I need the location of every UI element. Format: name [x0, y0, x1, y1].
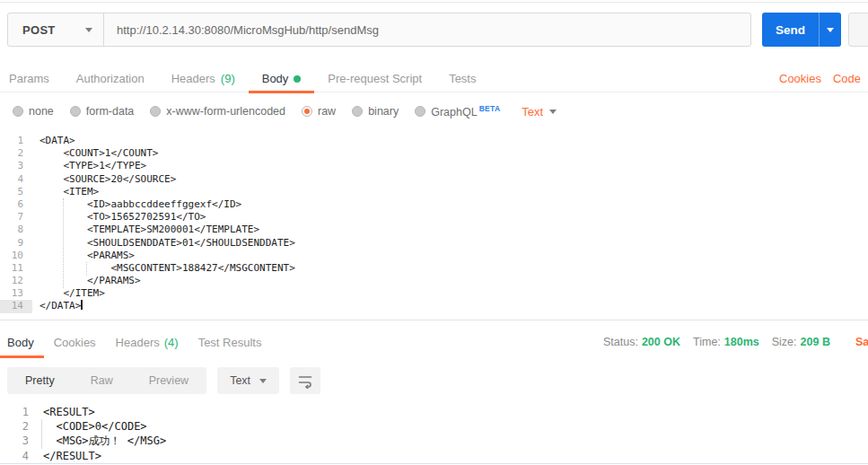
- top-divider: [0, 2, 868, 3]
- line-text: <DATA>: [32, 135, 75, 147]
- code-line: 13 </ITEM>: [0, 287, 868, 300]
- line-number: 6: [0, 198, 32, 211]
- mode-binary[interactable]: binary: [352, 105, 399, 118]
- line-text: <TEMPLATE>SM200001</TEMPLATE>: [32, 224, 259, 236]
- method-label: POST: [22, 23, 56, 37]
- request-response-divider: [0, 320, 868, 320]
- tab-body[interactable]: Body: [249, 65, 315, 92]
- line-number: 9: [0, 237, 32, 250]
- radio-selected-icon: [302, 106, 312, 117]
- save-request-button-partial[interactable]: [848, 13, 868, 47]
- radio-icon: [70, 106, 81, 117]
- status-badge: Status:200 OK: [603, 336, 680, 348]
- view-preview-button[interactable]: Preview: [131, 374, 206, 387]
- response-status-row: Status:200 OK Time:180ms Size:209 B Save…: [603, 329, 868, 355]
- line-number: 4: [0, 449, 36, 463]
- code-line: 3 <TYPE>1</TYPE>: [0, 160, 868, 172]
- code-line: 5 <ITEM>: [0, 186, 868, 198]
- line-text: <TYPE>1</TYPE>: [32, 160, 146, 172]
- code-line: 2 <COUNT>1</COUNT>: [0, 147, 868, 160]
- mode-raw[interactable]: raw: [302, 105, 336, 118]
- method-select[interactable]: POST: [8, 13, 104, 46]
- beta-badge: BETA: [479, 104, 501, 113]
- line-text: <TO>15652702591</TO>: [32, 211, 206, 224]
- line-text: </PARAMS>: [32, 275, 141, 287]
- body-mode-row: none form-data x-www-form-urlencoded raw…: [13, 99, 557, 124]
- code-line: 4 <SOURCE>20</SOURCE>: [0, 173, 868, 186]
- line-number: 4: [0, 173, 32, 186]
- mode-form-data[interactable]: form-data: [70, 105, 135, 118]
- wrap-lines-button[interactable]: [290, 367, 320, 394]
- response-tab-body[interactable]: Body: [7, 329, 44, 355]
- line-number: 1: [0, 135, 32, 147]
- line-text: <ITEM>: [32, 186, 99, 198]
- radio-icon: [13, 106, 23, 117]
- radio-icon: [150, 106, 161, 117]
- code-line: 2 <CODE>0</CODE>: [0, 419, 868, 434]
- code-line: 8 <TEMPLATE>SM200001</TEMPLATE>: [0, 224, 868, 236]
- response-tab-test-results[interactable]: Test Results: [189, 329, 272, 355]
- active-tab-underline: [0, 355, 44, 358]
- line-number: 3: [0, 160, 32, 172]
- cookies-link[interactable]: Cookies: [779, 72, 821, 85]
- line-text: <RESULT>: [36, 405, 95, 419]
- code-line: 9 <SHOULDSENDDATE>01</SHOULDSENDDATE>: [0, 237, 868, 250]
- chevron-down-icon: [85, 28, 92, 32]
- line-text: <COUNT>1</COUNT>: [32, 147, 158, 160]
- url-control: POST http://10.2.14.30:8080/MicroMsgHub/…: [7, 13, 751, 47]
- view-pretty-button[interactable]: Pretty: [7, 374, 73, 387]
- line-number: 1: [0, 405, 36, 419]
- line-number: 13: [0, 287, 32, 300]
- mode-urlencoded[interactable]: x-www-form-urlencoded: [150, 105, 285, 118]
- line-number: 12: [0, 275, 32, 287]
- code-line: 1 <RESULT>: [0, 405, 868, 419]
- code-line: 4 </RESULT>: [0, 449, 868, 463]
- line-text: <SHOULDSENDDATE>01</SHOULDSENDDATE>: [32, 237, 295, 250]
- request-body-editor[interactable]: 1 <DATA> 2 <COUNT>1</COUNT> 3 <TYPE>1</T…: [0, 130, 868, 317]
- headers-count: (9): [221, 72, 235, 85]
- line-text: <PARAMS>: [32, 250, 135, 262]
- code-link[interactable]: Code: [833, 72, 861, 85]
- bottom-divider: [0, 463, 868, 464]
- code-line: 11 <MSGCONTENT>188427</MSGCONTENT>: [0, 262, 868, 275]
- view-mode-segmented: Pretty Raw Preview: [7, 367, 206, 394]
- mode-graphql[interactable]: GraphQLBETA: [415, 104, 500, 118]
- code-line: 6 <ID>aabbccddeeffggexf</ID>: [0, 198, 868, 211]
- send-button[interactable]: Send: [762, 13, 819, 47]
- code-line: 10 <PARAMS>: [0, 250, 868, 262]
- indent-guide: [41, 419, 42, 449]
- line-number: 8: [0, 224, 32, 236]
- url-input[interactable]: http://10.2.14.30:8080/MicroMsgHub/http/…: [104, 23, 750, 37]
- chevron-down-icon: [549, 110, 557, 114]
- radio-icon: [415, 106, 425, 117]
- response-body-viewer[interactable]: 1 <RESULT> 2 <CODE>0</CODE> 3 <MSG>成功！ <…: [0, 399, 868, 463]
- tab-tests[interactable]: Tests: [435, 65, 489, 92]
- response-tab-cookies[interactable]: Cookies: [44, 329, 106, 355]
- tab-params[interactable]: Params: [9, 65, 63, 92]
- tab-pre-request-script[interactable]: Pre-request Script: [314, 65, 435, 92]
- mode-none[interactable]: none: [13, 105, 54, 118]
- response-tab-bar: Body Cookies Headers(4) Test Results Sta…: [0, 329, 868, 355]
- line-number: 3: [0, 434, 36, 448]
- active-tab-underline: [249, 91, 315, 93]
- response-toolbar: Pretty Raw Preview Text: [7, 367, 320, 394]
- body-has-content-dot: [294, 75, 301, 83]
- line-text: <CODE>0</CODE>: [36, 419, 147, 434]
- size-badge: Size:209 B: [772, 336, 830, 348]
- line-number: 2: [0, 147, 32, 160]
- response-tab-headers[interactable]: Headers(4): [106, 329, 189, 355]
- wrap-lines-icon: [298, 373, 312, 389]
- code-line: 3 <MSG>成功！ </MSG>: [0, 434, 868, 448]
- line-text: <MSGCONTENT>188427</MSGCONTENT>: [32, 262, 295, 275]
- tab-headers[interactable]: Headers(9): [158, 65, 249, 92]
- postman-window: POST http://10.2.14.30:8080/MicroMsgHub/…: [0, 0, 868, 465]
- line-number: 14: [0, 300, 32, 312]
- line-number: 11: [0, 262, 32, 275]
- tab-authorization[interactable]: Authorization: [63, 65, 158, 92]
- view-raw-button[interactable]: Raw: [73, 374, 131, 387]
- send-options-button[interactable]: [819, 13, 841, 47]
- line-number: 7: [0, 211, 32, 224]
- save-response-button-partial[interactable]: Save R: [855, 336, 868, 348]
- raw-format-select[interactable]: Text: [522, 105, 557, 118]
- response-format-select[interactable]: Text: [217, 367, 279, 394]
